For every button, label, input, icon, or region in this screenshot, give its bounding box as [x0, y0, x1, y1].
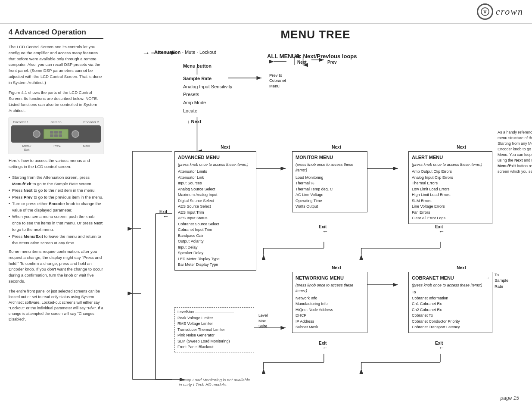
adv-item-5: Maximum Analog Input: [178, 192, 253, 198]
alert-item-9: Clear All Error Logs: [412, 215, 489, 221]
cobra-item-5: Cobranet Conductor Priority: [412, 319, 489, 325]
mon-next-label: Next: [332, 144, 341, 150]
net-exit-arrow: ←: [322, 344, 328, 351]
cobra-item-1: Cobranet Information: [412, 296, 489, 302]
lcd-inner: [44, 130, 68, 138]
adv-exit-arrow: ←: [163, 213, 169, 220]
main-arrow: →: [142, 49, 150, 58]
net-item-1: Network Info: [296, 296, 364, 302]
bullet-5: When you see a menu screen, push the kno…: [9, 213, 103, 233]
cobra-item-6: Cobranet Transport Latency: [412, 324, 489, 330]
pink-noise: Pink Noise Generator: [177, 333, 251, 339]
lcd-btn-2: [54, 131, 58, 134]
networking-menu-subtitle: (press knob once to access these items:): [296, 283, 364, 294]
next-label: Next: [83, 144, 90, 152]
peak-voltage: Peak Voltage Limiter: [177, 315, 251, 321]
adv-item-11: Cobranet Input Trim: [178, 227, 253, 233]
mon-exit-arrow: ←: [322, 228, 328, 235]
adv-item-12: Bandpass Gain: [178, 233, 253, 239]
lcd-btn-1: [50, 131, 53, 134]
adv-item-13: Output Polarity: [178, 239, 253, 245]
cobranet-menu-box: Next COBRANET MENU (press knob once to a…: [408, 272, 492, 333]
adv-item-17: Bar Meter Display Type: [178, 262, 253, 268]
mon-item-1: Load Monitoring: [296, 175, 364, 181]
cobra-exit-arrow: ←: [439, 344, 445, 351]
crown-logo: ♛ crown: [477, 3, 523, 20]
networking-menu-box: Next NETWORKING MENU (press knob once to…: [292, 272, 367, 333]
intro-paragraph-1: The LCD Control Screen and its controls …: [9, 44, 103, 85]
sweep-note: Sweep Load Monitoring is not availablein…: [179, 377, 250, 387]
prev-arrow-label: Prev: [327, 60, 337, 65]
device-body: [11, 125, 101, 143]
monitor-menu-title: MONITOR MENU: [296, 154, 364, 161]
bullet-4: Turn or press either Encoder knob to cha…: [9, 200, 103, 213]
slm: SLM (Sweep Load Monitoring): [177, 339, 251, 345]
crown-logo-icon: ♛: [477, 3, 493, 20]
monitor-menu-subtitle: (press knob once to access these items:): [296, 162, 364, 174]
instruction-bullets: Starting from the Attenuation screen, pr…: [9, 174, 103, 246]
to-sample-rate-label: →: [486, 276, 490, 281]
alert-next-label: Next: [457, 144, 466, 150]
mon-item-4: AC Line Voltage: [296, 192, 364, 198]
alert-item-2: Analog Input Clip Errors: [412, 175, 489, 181]
bullet-6: Press Menu/Exit to leave the menu and re…: [9, 233, 103, 246]
adv-item-8: AES Input Trim: [178, 210, 253, 216]
monitor-menu-box: Next MONITOR MENU (press knob once to ac…: [292, 151, 367, 212]
net-item-5: IP Address: [296, 319, 364, 325]
adv-item-2: Attenuator Link: [178, 175, 253, 181]
prev-label: Prev.: [53, 144, 61, 152]
device-top-labels: Encoder 1 Screen Encoder 2: [11, 120, 101, 124]
adv-item-9: AES Input Status: [178, 215, 253, 221]
adv-item-14: Input Delay: [178, 245, 253, 251]
networking-menu-title: NETWORKING MENU: [296, 274, 364, 282]
section-title: 4 Advanced Operation: [9, 28, 103, 39]
crown-logo-text: crown: [496, 6, 523, 17]
cobranet-menu-subtitle: (press knob once to access these items:): [412, 283, 489, 289]
net-item-3: HiQnet Node Address: [296, 307, 364, 313]
page-content: 4 Advanced Operation The LCD Control Scr…: [0, 24, 532, 409]
menu-tree-title: MENU TREE: [108, 28, 523, 41]
svg-text:♛: ♛: [483, 9, 487, 14]
adv-item-6: Digital Source Select: [178, 198, 253, 204]
menu-tree-diagram: Attenuation - Mute - Lockout → ALL MENUS…: [108, 44, 523, 405]
cobranet-menu-title: COBRANET MENU: [412, 274, 489, 282]
encoder-knob-right: [72, 130, 79, 138]
lcd-screen: [43, 129, 69, 140]
level-max-label: LevelMaxSuite: [258, 313, 268, 329]
encoder-knob-left: [33, 130, 40, 138]
attenuation-label: Attenuation - Mute - Lockout: [154, 50, 216, 55]
adv-next-label: Next: [221, 144, 230, 150]
lcd-btn-row-2: [50, 134, 62, 137]
adv-item-16: LED Meter Display Type: [178, 256, 253, 262]
caption-text: Here's how to access the various menus a…: [9, 158, 103, 170]
net-item-4: DHCP: [296, 313, 364, 319]
lcd-buttons: [50, 131, 62, 137]
next-down-label: ↓ Next: [187, 119, 201, 124]
amp-mode: Amp Mode: [183, 100, 206, 105]
alert-item-3: Thermal Errors: [412, 181, 489, 187]
net-next-label: Next: [332, 265, 341, 271]
alert-menu-subtitle: (press knob once to access these items:): [412, 162, 489, 168]
advanced-menu-subtitle: (press knob once to access these items:): [178, 162, 253, 168]
adv-item-3: Input Sources: [178, 181, 253, 187]
alert-menu-box: Next ALERT MENU (press knob once to acce…: [408, 151, 492, 224]
menu-button-label: Menu button: [183, 63, 212, 68]
cobra-item-2: Ch1 Cobranet Rx: [412, 301, 489, 307]
right-description: As a handy reference, Figure 4.2 shows t…: [498, 130, 532, 174]
all-menus-label: ALL MENUS: Next/Previous loops: [267, 53, 357, 59]
encoder1-label: Encoder 1: [13, 120, 28, 124]
adv-item-7: AES Source Select: [178, 204, 253, 210]
right-column: MENU TREE: [108, 28, 523, 405]
presets: Presets: [183, 92, 199, 97]
cobra-item-3: Ch2 Cobranet Rx: [412, 307, 489, 313]
lcd-btn-row-1: [50, 131, 62, 134]
sample-rate-list: Sample Rate ———————————————— Analog Inpu…: [183, 75, 289, 115]
mon-item-6: Watts Output: [296, 204, 364, 210]
lcd-btn-6: [59, 134, 62, 137]
cobra-next-label: Next: [457, 265, 466, 271]
adv-item-10: Cobranet Source Select: [178, 221, 253, 227]
advanced-menu-title: ADVANCED MENU: [178, 154, 253, 161]
bullet-2: Press Next to go to the next item in the…: [9, 187, 103, 193]
levelmax-item: LevelMax ——————————: [177, 309, 251, 315]
device-bottom-labels: Menu/Exit Prev. Next: [11, 144, 101, 152]
